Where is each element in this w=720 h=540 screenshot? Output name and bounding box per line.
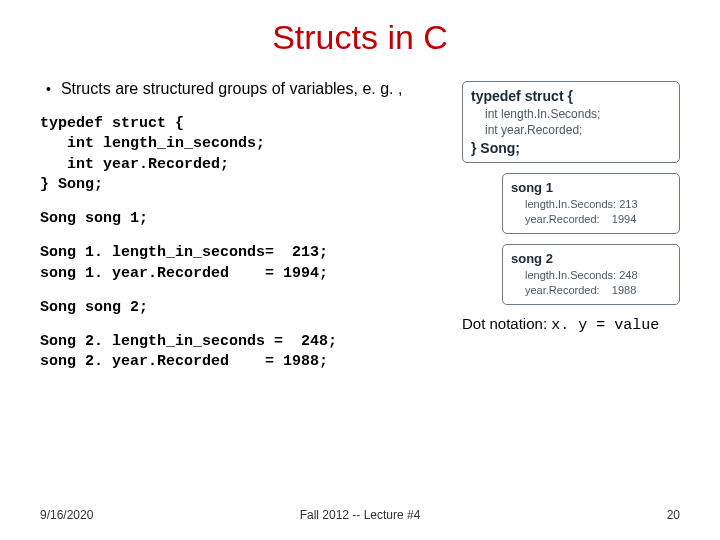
caption-prefix: Dot notation: [462,315,551,332]
diagram-struct-head: typedef struct { [471,88,671,104]
footer-center: Fall 2012 -- Lecture #4 [40,508,680,522]
diagram-struct-body: int length.In.Seconds; int year.Recorded… [471,106,671,138]
code-decl-song1: Song song 1; [40,209,444,229]
footer: 9/16/2020 Fall 2012 -- Lecture #4 20 [40,508,680,522]
diagram-song1-box: song 1 length.In.Seconds: 213 year.Recor… [502,173,680,234]
code-typedef: typedef struct { int length_in_seconds; … [40,114,444,195]
caption: Dot notation: x. y = value [462,315,680,334]
diagram-song2-body: length.In.Seconds: 248 year.Recorded: 19… [511,268,671,298]
caption-mono: x. y = value [551,317,659,334]
bullet-text: Structs are structured groups of variabl… [61,79,403,100]
code-assign-song1: Song 1. length_in_seconds= 213; song 1. … [40,243,444,284]
code-decl-song2: Song song 2; [40,298,444,318]
diagram-struct-foot: } Song; [471,140,671,156]
content-row: • Structs are structured groups of varia… [40,79,680,387]
bullet-dot-icon: • [46,79,51,100]
diagram-song1-head: song 1 [511,180,671,195]
slide-title: Structs in C [40,18,680,57]
bullet-item: • Structs are structured groups of varia… [40,79,444,100]
diagram-song1-body: length.In.Seconds: 213 year.Recorded: 19… [511,197,671,227]
left-column: • Structs are structured groups of varia… [40,79,444,387]
right-column: typedef struct { int length.In.Seconds; … [462,79,680,387]
diagram-struct-box: typedef struct { int length.In.Seconds; … [462,81,680,163]
diagram-song2-head: song 2 [511,251,671,266]
code-assign-song2: Song 2. length_in_seconds = 248; song 2.… [40,332,444,373]
slide: Structs in C • Structs are structured gr… [0,0,720,540]
diagram-song2-box: song 2 length.In.Seconds: 248 year.Recor… [502,244,680,305]
